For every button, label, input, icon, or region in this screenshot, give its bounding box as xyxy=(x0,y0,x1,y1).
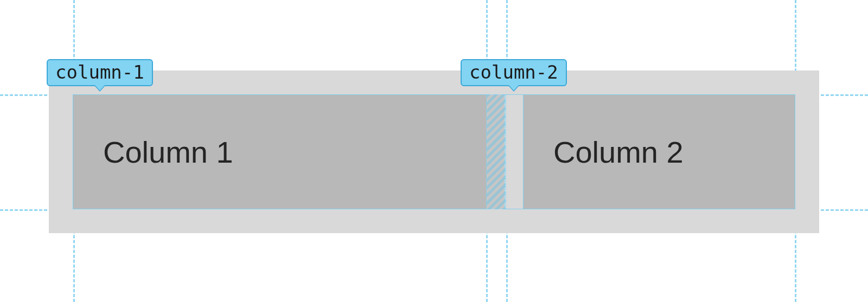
column-2-label-text: column-2 xyxy=(469,61,558,83)
column-1-label-tag: column-1 xyxy=(47,59,153,86)
column-2: Column 2 xyxy=(524,95,795,209)
column-1: Column 1 xyxy=(73,95,505,209)
column-2-text: Column 2 xyxy=(553,134,684,170)
grid: Column 1 Column 2 xyxy=(73,95,795,209)
column-2-label-tag: column-2 xyxy=(461,59,567,86)
column-1-text: Column 1 xyxy=(103,134,233,170)
column-1-label-text: column-1 xyxy=(55,61,144,83)
grid-container: Column 1 Column 2 xyxy=(49,70,819,233)
